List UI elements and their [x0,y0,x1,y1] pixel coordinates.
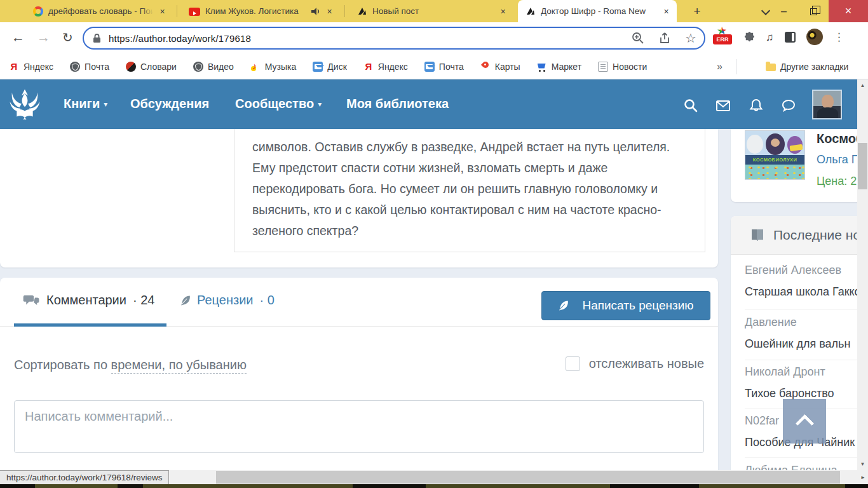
work-author[interactable]: Николай Дронт [745,365,868,379]
url-text[interactable]: https://author.today/work/179618 [109,33,251,44]
book-icon [750,228,765,242]
tab-youtube[interactable]: Клим Жуков. Логистика × [181,0,340,22]
nav-item-discussions[interactable]: Обсуждения [130,97,209,111]
bookmark-muzyka[interactable]: Музыка [250,62,297,72]
close-window-button[interactable]: × [829,0,868,22]
write-review-button[interactable]: Написать рецензию [541,291,710,320]
google-icon [33,6,43,17]
bookmark-disk[interactable]: Диск [313,62,346,72]
restore-button[interactable] [799,0,829,22]
tab-new-post[interactable]: Новый пост × [349,0,513,22]
sort-label: Сортировать по [14,358,111,372]
forward-button[interactable]: → [37,30,50,45]
zoom-icon[interactable] [632,32,644,44]
tab-reviews[interactable]: Рецензии · 0 [180,293,275,308]
work-title[interactable]: Старшая школа Гакко [745,285,868,299]
list-divider [745,360,868,360]
chat-icon[interactable] [781,98,796,113]
map-pin-icon [480,62,491,72]
bookmark-pochta[interactable]: Почта [70,62,109,72]
folder-icon [766,64,776,71]
address-bar[interactable]: https://author.today/work/179618 ☆ [83,27,705,50]
cart-icon [537,62,547,72]
bookmarks-bar: ЯЯндекс Почта Словари Видео Музыка Диск … [0,54,868,79]
scroll-to-top-button[interactable] [783,399,826,444]
lock-icon[interactable] [93,33,101,43]
tab-audio-icon[interactable] [311,8,320,15]
browser-toolbar: ← → ↻ https://author.today/work/179618 ☆… [0,22,868,54]
scroll-up-arrow[interactable]: ▲ [857,83,868,88]
side-panel-icon[interactable] [785,32,796,43]
site-navbar: Книги▾ Обсуждения Сообщество▾ Моя библио… [0,79,868,129]
nav-item-my-library[interactable]: Моя библиотека [346,97,449,111]
work-title[interactable]: Ошейник для вальн [745,337,868,351]
bookmark-novosti[interactable]: Новости [598,62,647,72]
comment-input[interactable] [14,400,704,453]
notifications-bell-icon[interactable] [749,98,764,113]
work-description-card: символов. Оставив службу в разведке, Анд… [0,129,718,268]
bookmark-video[interactable]: Видео [193,62,234,72]
close-tab-icon[interactable]: × [157,6,168,17]
scroll-right-arrow[interactable]: ► [860,475,865,480]
browser-window: дрейфовать словарь - Поис × Клим Жуков. … [0,0,868,488]
tab-active-doctor-shifr[interactable]: Доктор Шифр - Roma New × [518,0,677,22]
other-bookmarks-folder[interactable]: Другие закладки [766,62,848,72]
bookmark-market[interactable]: Маркет [537,62,581,72]
user-avatar[interactable] [812,90,842,119]
profile-avatar[interactable] [806,29,823,45]
bookmark-yandex[interactable]: ЯЯндекс [9,62,53,72]
yandex-icon: Я [363,62,374,72]
list-item[interactable]: Николай Дронт Тихое баронство [745,365,868,400]
tab-title: дрейфовать словарь - Поис [48,6,153,16]
annotation-box: символов. Оставив службу в разведке, Анд… [234,128,705,252]
author-today-icon [526,6,536,17]
bookmark-yandex-2[interactable]: ЯЯндекс [363,62,408,72]
nav-item-community[interactable]: Сообщество▾ [235,97,322,111]
new-tab-button[interactable]: + [689,4,705,19]
work-author[interactable]: Евгений Алексеев [745,264,868,277]
work-author[interactable]: Давление [745,316,868,329]
latest-works-title: Последние новинки [773,227,868,243]
tab-separator [177,5,177,17]
bookmark-pochta-2[interactable]: Почта [424,62,464,72]
author-today-logo[interactable] [8,87,42,121]
back-button[interactable]: ← [11,30,25,45]
mail-icon[interactable] [715,98,731,113]
share-icon[interactable] [658,32,671,44]
bookmarks-overflow-chevron[interactable]: » [717,61,722,72]
search-icon[interactable] [683,98,698,113]
yandex-icon: Я [9,62,19,72]
bookmark-star-icon[interactable]: ☆ [685,32,696,44]
tab-title: Доктор Шифр - Roma New [541,6,657,16]
list-item[interactable]: Давление Ошейник для вальн [745,316,868,351]
book-cover[interactable]: КОСМОБИОЛУХИ [745,130,805,180]
vertical-scrollbar[interactable]: ▲ ▼ [857,79,868,470]
work-title[interactable]: Тихое баронство [745,387,868,400]
sort-order-link[interactable]: времени, по убыванию [111,358,247,374]
close-tab-icon[interactable]: × [498,6,508,17]
close-tab-icon[interactable]: × [661,6,672,17]
follow-new-checkbox[interactable] [566,356,580,371]
cover-character [766,133,785,155]
browser-menu-icon[interactable]: ⋮ [834,30,844,44]
tab-comments[interactable]: Комментарии · 24 [23,293,154,308]
status-bar-url: https://author.today/work/179618/reviews [0,470,169,485]
tab-search-drift[interactable]: дрейфовать словарь - Поис × [25,0,173,22]
nav-item-books[interactable]: Книги▾ [64,97,107,111]
extensions-area: ERR ♫ ⋮ [713,27,844,46]
horizontal-scroll-thumb[interactable] [216,471,840,484]
tab-title: Новый пост [372,6,494,16]
close-tab-icon[interactable]: × [324,6,335,17]
list-item[interactable]: Евгений Алексеев Старшая школа Гакко [745,264,868,299]
reload-button[interactable]: ↻ [62,30,73,45]
tab-separator [344,5,345,17]
bookmark-slovari[interactable]: Словари [126,62,177,72]
bookmark-karty[interactable]: Карты [480,62,520,72]
err-extension-icon[interactable]: ERR [713,27,732,46]
vertical-scroll-thumb[interactable] [858,143,867,189]
minimize-button[interactable]: – [769,0,799,22]
extensions-puzzle-icon[interactable] [743,31,755,43]
promo-book-price: Цена: 2 [817,175,857,188]
scroll-down-arrow[interactable]: ▼ [857,461,868,467]
music-extension-icon[interactable]: ♫ [766,32,774,43]
